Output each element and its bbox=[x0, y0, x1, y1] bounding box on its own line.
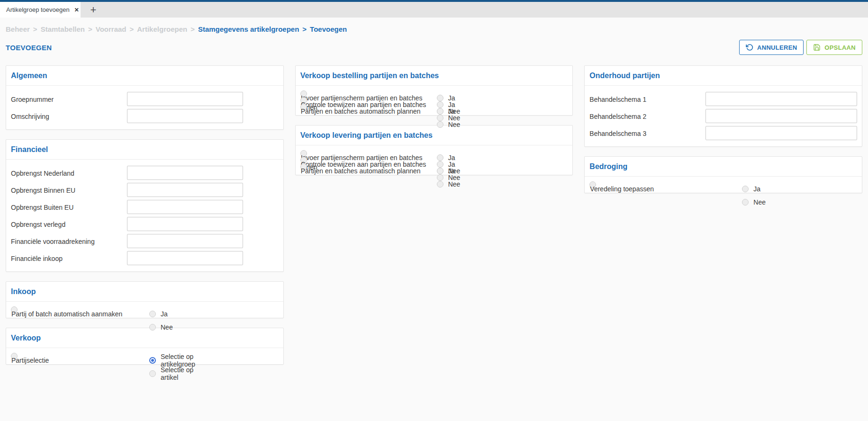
field-row: Omschrijving bbox=[11, 107, 279, 125]
field-row: Invoer partijenscherm partijen en batche… bbox=[300, 90, 307, 97]
new-tab-button[interactable]: + bbox=[81, 2, 106, 18]
close-icon[interactable]: ✕ bbox=[74, 7, 79, 13]
radio-icon[interactable] bbox=[437, 121, 443, 128]
radio-icon[interactable] bbox=[149, 311, 156, 317]
field-label: Opbrengst Buiten EU bbox=[11, 200, 126, 212]
breadcrumb-separator: > bbox=[302, 25, 307, 33]
radio-option-label: Selectie op artikel bbox=[161, 366, 195, 381]
field-label: Financiële voorraadrekening bbox=[11, 234, 126, 246]
card-onderhoud-partijen: Onderhoud partijenBehandelschema 1Behand… bbox=[584, 65, 862, 147]
financi-le-inkoop-input[interactable] bbox=[127, 251, 243, 265]
radio-option-ja[interactable]: Ja bbox=[742, 182, 766, 196]
radio-option-nee[interactable]: Nee bbox=[149, 321, 173, 334]
tab-title: Artikelgroep toevoegen bbox=[6, 6, 70, 13]
card-title: Verkoop bestelling partijen en batches bbox=[296, 66, 573, 86]
field-label: Opbrengst Binnen EU bbox=[11, 183, 126, 195]
card-body: Invoer partijenscherm partijen en batche… bbox=[296, 145, 573, 175]
floppy-disk-icon bbox=[813, 44, 821, 51]
field-label: Behandelschema 3 bbox=[589, 126, 705, 138]
field-label: Behandelschema 2 bbox=[589, 109, 705, 121]
radio-option-label: Nee bbox=[448, 121, 461, 128]
field-row: Controle toewijzen aan partijen en batch… bbox=[300, 97, 307, 104]
card-title: Onderhoud partijen bbox=[585, 66, 862, 86]
radio-option-label: Ja bbox=[161, 310, 168, 318]
behandelschema-2-input[interactable] bbox=[705, 109, 857, 123]
card-body: Partij of batch automatisch aanmakenJaNe… bbox=[6, 302, 283, 318]
behandelschema-3-input[interactable] bbox=[705, 126, 857, 140]
radio-icon[interactable] bbox=[149, 324, 156, 331]
opbrengst-nederland-input[interactable] bbox=[127, 166, 243, 180]
radio-group: JaNee bbox=[742, 182, 766, 209]
column-2: Verkoop bestelling partijen en batchesIn… bbox=[295, 65, 573, 185]
groepnummer-input[interactable] bbox=[127, 92, 243, 106]
breadcrumb-item-artikelgroepen[interactable]: Artikelgroepen bbox=[137, 25, 187, 33]
field-row: Behandelschema 3 bbox=[589, 125, 857, 142]
content-columns: AlgemeenGroepnummerOmschrijvingFinanciee… bbox=[0, 55, 868, 374]
breadcrumb: Beheer>Stamtabellen>Voorraad>Artikelgroe… bbox=[0, 18, 868, 33]
field-row: Opbrengst Buiten EU bbox=[11, 198, 279, 215]
radio-option-selectie-op-artikelgroep[interactable]: Selectie op artikelgroep bbox=[149, 354, 195, 367]
active-tab[interactable]: Artikelgroep toevoegen ✕ bbox=[0, 2, 81, 18]
card-body: Veredeling toepassenJaNee bbox=[585, 177, 862, 193]
field-row: Partij of batch automatisch aanmakenJaNe… bbox=[11, 306, 18, 313]
breadcrumb-item-stamgegevens-artikelgroepen[interactable]: Stamgegevens artikelgroepen bbox=[198, 25, 299, 33]
radio-icon[interactable] bbox=[437, 108, 443, 115]
field-row: Financiële inkoop bbox=[11, 250, 279, 267]
breadcrumb-item-stamtabellen[interactable]: Stamtabellen bbox=[41, 25, 85, 33]
radio-icon[interactable] bbox=[742, 199, 749, 206]
card-body: Behandelschema 1Behandelschema 2Behandel… bbox=[585, 86, 862, 146]
field-label: Partijselectie bbox=[11, 354, 127, 365]
radio-option-label: Nee bbox=[448, 180, 461, 188]
radio-icon[interactable] bbox=[437, 181, 443, 188]
behandelschema-1-input[interactable] bbox=[705, 92, 857, 106]
radio-option-label: Ja bbox=[448, 167, 455, 175]
field-label: Opbrengst verlegd bbox=[11, 217, 126, 229]
card-title: Bedroging bbox=[585, 157, 862, 177]
card-body: Invoer partijenscherm partijen en batche… bbox=[296, 86, 573, 115]
field-row: Groepnummer bbox=[11, 90, 279, 107]
field-label: Opbrengst Nederland bbox=[11, 166, 126, 178]
rotate-ccw-icon bbox=[746, 44, 753, 51]
field-row: Partijen en batches automatisch plannenJ… bbox=[300, 104, 307, 110]
action-buttons: ANNULEREN OPSLAAN bbox=[739, 40, 862, 55]
radio-option-label: Ja bbox=[753, 185, 760, 193]
opbrengst-buiten-eu-input[interactable] bbox=[127, 200, 243, 214]
save-button[interactable]: OPSLAAN bbox=[806, 40, 862, 55]
breadcrumb-item-voorraad[interactable]: Voorraad bbox=[96, 25, 127, 33]
radio-icon[interactable] bbox=[437, 168, 443, 174]
breadcrumb-item-toevoegen[interactable]: Toevoegen bbox=[310, 25, 347, 33]
opbrengst-verlegd-input[interactable] bbox=[127, 217, 243, 231]
field-row: Veredeling toepassenJaNee bbox=[589, 181, 596, 188]
financi-le-voorraadrekening-input[interactable] bbox=[127, 234, 243, 248]
radio-option-ja[interactable]: Ja bbox=[149, 307, 173, 321]
card-verkoop-bestelling-partijen-en-batches: Verkoop bestelling partijen en batchesIn… bbox=[295, 65, 573, 116]
column-3: Onderhoud partijenBehandelschema 1Behand… bbox=[584, 65, 862, 203]
cancel-button[interactable]: ANNULEREN bbox=[739, 40, 804, 55]
radio-icon[interactable] bbox=[742, 186, 749, 192]
page-title: TOEVOEGEN bbox=[6, 44, 52, 52]
radio-option-ja[interactable]: Ja bbox=[437, 164, 461, 178]
card-title: Algemeen bbox=[6, 66, 283, 86]
radio-group: JaNee bbox=[437, 164, 461, 191]
radio-option-nee[interactable]: Nee bbox=[437, 178, 461, 191]
radio-group: JaNee bbox=[437, 105, 461, 131]
field-label: Groepnummer bbox=[11, 92, 126, 104]
radio-selected-icon[interactable] bbox=[149, 357, 156, 364]
field-label: Veredeling toepassen bbox=[590, 182, 705, 194]
radio-option-nee[interactable]: Nee bbox=[437, 118, 461, 131]
plus-icon: + bbox=[90, 5, 97, 15]
breadcrumb-separator: > bbox=[33, 25, 37, 33]
radio-icon[interactable] bbox=[149, 370, 156, 377]
card-verkoop-levering-partijen-en-batches: Verkoop levering partijen en batchesInvo… bbox=[295, 125, 573, 175]
omschrijving-input[interactable] bbox=[127, 109, 243, 123]
card-financieel: FinancieelOpbrengst NederlandOpbrengst B… bbox=[6, 139, 284, 272]
radio-option-selectie-op-artikel[interactable]: Selectie op artikel bbox=[149, 367, 195, 380]
save-button-label: OPSLAAN bbox=[824, 44, 856, 51]
opbrengst-binnen-eu-input[interactable] bbox=[127, 183, 243, 197]
radio-group: JaNee bbox=[149, 307, 173, 334]
breadcrumb-item-beheer[interactable]: Beheer bbox=[6, 25, 30, 33]
radio-option-ja[interactable]: Ja bbox=[437, 105, 461, 118]
card-body: PartijselectieSelectie op artikelgroepSe… bbox=[6, 348, 283, 364]
radio-option-nee[interactable]: Nee bbox=[742, 196, 766, 209]
breadcrumb-separator: > bbox=[130, 25, 134, 33]
